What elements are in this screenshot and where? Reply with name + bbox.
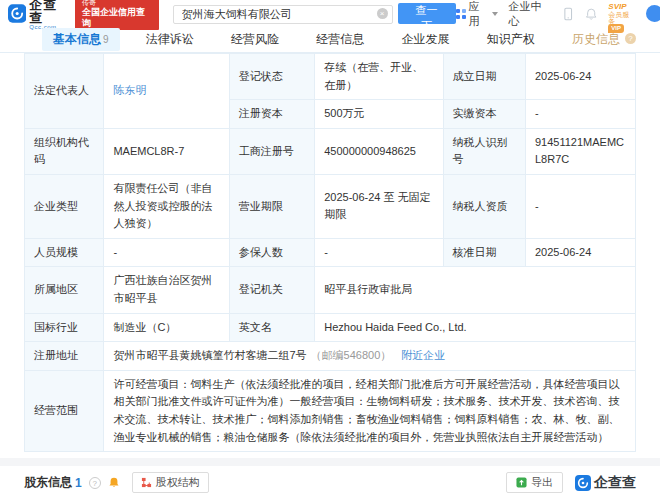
taxpayer-qual-value: - <box>525 174 635 238</box>
export-button[interactable]: 导出 <box>506 472 563 493</box>
shareholders-header: 股东信息 1 ? 股权结构 导出 <box>0 466 660 493</box>
history-help-icon[interactable]: ? <box>625 33 636 44</box>
search-box: × <box>173 4 393 24</box>
scope-label: 经营范围 <box>25 370 104 451</box>
shareholders-title: 股东信息 <box>24 474 72 491</box>
staff-size-value: - <box>104 238 229 267</box>
table-row: 人员规模 - 参保人数 - 核准日期 2025-06-24 <box>25 238 636 267</box>
paid-capital-label: 实缴资本 <box>443 100 525 129</box>
top-header-bar: 企查查 Qcc.com 传奇 全国企业信用查询 × 查一下 应用 企业中心 SV… <box>0 0 660 27</box>
qcc-logo-icon <box>8 4 26 23</box>
table-row: 经营范围 许可经营项目：饲料生产（依法须经批准的项目，经相关部门批准后方可开展经… <box>25 370 636 451</box>
notification-bell-icon[interactable] <box>585 7 597 21</box>
qcc-watermark-text: 企查查 <box>594 474 636 492</box>
qcc-logo[interactable]: 企查查 Qcc.com <box>8 0 70 30</box>
tab-history-info-label: 历史信息 <box>572 32 620 46</box>
address-text: 贺州市昭平县黄姚镇篁竹村客塘二组7号 <box>113 349 306 361</box>
legal-rep-label: 法定代表人 <box>25 54 104 129</box>
promo-badge: 传奇 全国企业信用查询 <box>75 0 159 30</box>
taxpayer-qual-label: 纳税人资质 <box>443 174 525 238</box>
nearby-companies-link[interactable]: 附近企业 <box>401 349 445 361</box>
region-label: 所属地区 <box>25 267 104 313</box>
biz-term-value: 2025-06-24 至 无固定期限 <box>315 174 443 238</box>
tab-business-info[interactable]: 经营信息 <box>305 28 375 51</box>
equity-structure-label: 股权结构 <box>156 475 200 490</box>
apps-menu[interactable]: 应用 <box>456 0 498 29</box>
table-row: 组织机构代码 MAEMCL8R-7 工商注册号 450000000948625 … <box>25 128 636 174</box>
biz-term-label: 营业期限 <box>229 174 315 238</box>
shareholders-alert-bell-icon[interactable] <box>108 476 120 489</box>
industry-label: 国标行业 <box>25 313 104 342</box>
apps-grid-icon <box>456 9 466 19</box>
staff-size-label: 人员规模 <box>25 238 104 267</box>
paid-capital-value: - <box>525 100 635 129</box>
industry-value: 制造业（C） <box>104 313 229 342</box>
legal-rep-link[interactable]: 陈东明 <box>113 84 146 96</box>
en-name-label: 英文名 <box>229 313 315 342</box>
reg-status-value: 存续（在营、开业、在册） <box>315 54 443 100</box>
taxpayer-id-label: 纳税人识别号 <box>443 128 525 174</box>
org-code-value: MAEMCL8R-7 <box>104 128 229 174</box>
biz-reg-no-label: 工商注册号 <box>229 128 315 174</box>
basic-info-table: 法定代表人 陈东明 登记状态 存续（在营、开业、在册） 成立日期 2025-06… <box>24 53 636 452</box>
vip-badge: VIP <box>608 24 624 33</box>
qcc-watermark-icon <box>575 475 591 491</box>
company-type-value: 有限责任公司（非自然人投资或控股的法人独资） <box>104 174 229 238</box>
insured-count-label: 参保人数 <box>229 238 315 267</box>
qcc-logo-text: 企查查 Qcc.com <box>29 0 70 30</box>
reg-capital-value: 500万元 <box>315 100 443 129</box>
search-button[interactable]: 查一下 <box>398 3 456 24</box>
tab-intellectual-property[interactable]: 知识产权 <box>476 28 546 51</box>
postcode-text: （邮编546800） <box>311 349 392 361</box>
apps-menu-label: 应用 <box>469 0 489 29</box>
address-label: 注册地址 <box>25 342 104 371</box>
est-date-label: 成立日期 <box>443 54 525 100</box>
shareholders-count: 1 <box>75 476 82 490</box>
tab-history-info[interactable]: 历史信息 VIP ? <box>561 28 638 51</box>
table-row: 企业类型 有限责任公司（非自然人投资或控股的法人独资） 营业期限 2025-06… <box>25 174 636 238</box>
insured-count-value: - <box>315 238 443 267</box>
clear-search-icon[interactable]: × <box>377 8 388 19</box>
tab-basic-info-label: 基本信息 <box>53 32 101 46</box>
approval-date-label: 核准日期 <box>443 238 525 267</box>
tab-basic-info[interactable]: 基本信息9 <box>42 28 120 51</box>
org-code-label: 组织机构代码 <box>25 128 104 174</box>
top-right-nav: 应用 企业中心 SVIP 会员服务 <box>456 0 654 29</box>
biz-reg-no-value: 450000000948625 <box>315 128 443 174</box>
legal-rep-value: 陈东明 <box>104 54 229 129</box>
scope-value: 许可经营项目：饲料生产（依法须经批准的项目，经相关部门批准后方可开展经营活动，具… <box>104 370 636 451</box>
avatar[interactable] <box>646 5 660 22</box>
chevron-down-icon <box>492 12 498 16</box>
org-chart-icon <box>141 477 152 488</box>
taxpayer-id-value: 91451121MAEMCL8R7C <box>525 128 635 174</box>
company-type-label: 企业类型 <box>25 174 104 238</box>
mobile-phone-icon[interactable] <box>562 7 574 21</box>
approval-date-value: 2025-06-24 <box>525 238 635 267</box>
tab-company-development[interactable]: 企业发展 <box>391 28 461 51</box>
qcc-watermark: 企查查 <box>575 474 636 492</box>
table-row: 注册地址 贺州市昭平县黄姚镇篁竹村客塘二组7号（邮编546800）附近企业 <box>25 342 636 371</box>
enterprise-center-link[interactable]: 企业中心 <box>509 0 551 29</box>
section-divider <box>0 458 660 466</box>
tab-basic-info-count: 9 <box>103 34 109 45</box>
en-name-value: Hezhou Haida Feed Co., Ltd. <box>315 313 636 342</box>
search-input[interactable] <box>173 5 393 24</box>
table-row: 国标行业 制造业（C） 英文名 Hezhou Haida Feed Co., L… <box>25 313 636 342</box>
svip-member-link[interactable]: SVIP 会员服务 <box>608 3 635 25</box>
reg-authority-value: 昭平县行政审批局 <box>315 267 636 313</box>
export-label: 导出 <box>531 475 553 490</box>
equity-structure-button[interactable]: 股权结构 <box>132 472 209 493</box>
reg-authority-label: 登记机关 <box>229 267 315 313</box>
export-icon <box>516 477 527 488</box>
reg-capital-label: 注册资本 <box>229 100 315 129</box>
table-row: 法定代表人 陈东明 登记状态 存续（在营、开业、在册） 成立日期 2025-06… <box>25 54 636 100</box>
address-value: 贺州市昭平县黄姚镇篁竹村客塘二组7号（邮编546800）附近企业 <box>104 342 636 371</box>
shareholders-help-icon[interactable]: ? <box>89 477 101 489</box>
company-tabs: 基本信息9 法律诉讼 经营风险 经营信息 企业发展 知识产权 历史信息 VIP … <box>0 27 660 53</box>
table-row: 所属地区 广西壮族自治区贺州市昭平县 登记机关 昭平县行政审批局 <box>25 267 636 313</box>
region-value: 广西壮族自治区贺州市昭平县 <box>104 267 229 313</box>
tab-legal-proceedings[interactable]: 法律诉讼 <box>135 28 205 51</box>
tab-business-risk[interactable]: 经营风险 <box>220 28 290 51</box>
reg-status-label: 登记状态 <box>229 54 315 100</box>
est-date-value: 2025-06-24 <box>525 54 635 100</box>
